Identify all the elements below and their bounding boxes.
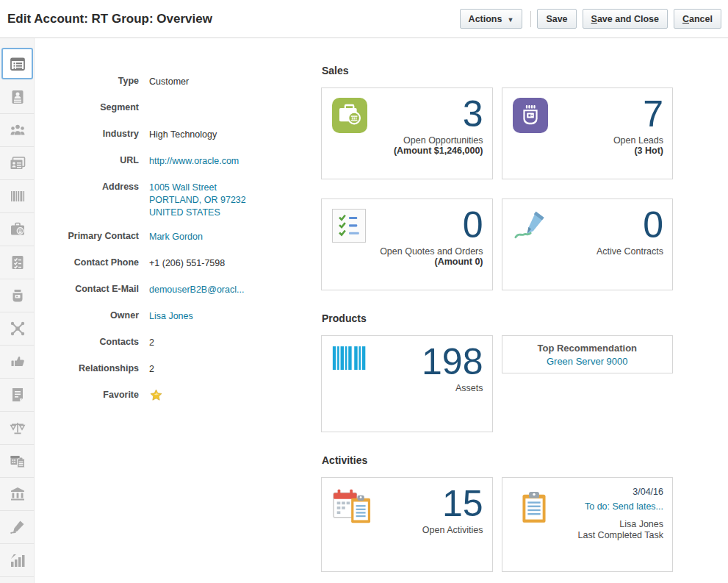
sidebar-item-institution[interactable] bbox=[0, 478, 35, 511]
sidebar-item-analytics[interactable] bbox=[0, 544, 35, 577]
save-and-close-button[interactable]: Save and Close bbox=[583, 9, 668, 29]
subtab-rail bbox=[0, 38, 35, 583]
header-buttons: Actions▼ Save Save and Close Cancel bbox=[454, 9, 721, 29]
card-open-opportunities[interactable]: 3 Open Opportunities (Amount $1,246,000) bbox=[321, 87, 493, 179]
leads-icon bbox=[513, 98, 548, 133]
field-row-contact-phone: Contact Phone +1 (206) 551-7598 bbox=[35, 256, 321, 272]
dropdown-caret-icon: ▼ bbox=[507, 16, 513, 24]
field-row-contacts: Contacts 2 bbox=[35, 335, 321, 351]
field-row-owner: Owner Lisa Jones bbox=[35, 309, 321, 325]
actions-button[interactable]: Actions▼ bbox=[460, 9, 523, 29]
opportunities-icon bbox=[332, 98, 367, 133]
sidebar-item-opportunities[interactable] bbox=[0, 213, 35, 246]
sidebar-item-contacts[interactable] bbox=[0, 147, 35, 180]
quotes-icon bbox=[9, 254, 26, 271]
card-top-recommendation[interactable]: Top Recommendation Green Server 9000 bbox=[502, 335, 674, 373]
field-row-url: URL http://www.oracle.com bbox=[35, 154, 321, 170]
products-heading: Products bbox=[322, 312, 673, 324]
open-opportunities-label: Open Opportunities bbox=[331, 135, 483, 146]
card-active-contracts[interactable]: 0 Active Contracts bbox=[502, 198, 674, 290]
institution-icon bbox=[9, 485, 26, 503]
sidebar-item-assets[interactable] bbox=[0, 180, 35, 213]
relationships-label: Relationships bbox=[35, 362, 139, 373]
type-label: Type bbox=[35, 74, 139, 86]
url-link[interactable]: http://www.oracle.com bbox=[149, 154, 239, 168]
primary-contact-label: Primary Contact bbox=[35, 229, 139, 241]
contacts-label: Contacts bbox=[35, 335, 139, 347]
button-divider bbox=[530, 11, 531, 27]
activities-section: Activities 15 Open Activities bbox=[321, 454, 673, 572]
recommendations-icon bbox=[9, 353, 26, 371]
sidebar-item-assessments[interactable] bbox=[0, 412, 35, 445]
card-open-quotes-and-orders[interactable]: 0 Open Quotes and Orders (Amount 0) bbox=[321, 198, 493, 290]
favorite-value bbox=[149, 388, 163, 406]
analytics-icon bbox=[9, 551, 26, 569]
activities-heading: Activities bbox=[322, 454, 673, 466]
field-row-address: Address 1005 Wall StreetPORTLAND, OR 972… bbox=[35, 180, 321, 219]
owner-label: Owner bbox=[35, 309, 139, 321]
contact-phone-label: Contact Phone bbox=[35, 256, 139, 268]
overview-dashboard: Sales 3 Open Opportunities (Amount $1,24… bbox=[321, 38, 728, 583]
contacts-icon bbox=[9, 154, 26, 172]
page-body: Type Customer Segment Industry High Tech… bbox=[0, 38, 728, 583]
last-task-label: Last Completed Task bbox=[511, 530, 664, 540]
sidebar-item-quotes[interactable] bbox=[0, 246, 35, 279]
open-quotes-amount: (Amount 0) bbox=[331, 257, 483, 267]
sidebar-item-relationships[interactable] bbox=[0, 312, 35, 346]
overview-icon bbox=[9, 55, 26, 73]
contact-email-link[interactable]: demouserB2B@oracl... bbox=[149, 282, 244, 296]
field-row-favorite: Favorite bbox=[35, 388, 321, 406]
sidebar-item-overview[interactable] bbox=[1, 48, 33, 79]
edit-account-page: Edit Account: RT Group: Overview Actions… bbox=[0, 0, 728, 583]
card-open-leads[interactable]: 7 Open Leads (3 Hot) bbox=[502, 87, 674, 179]
open-opportunities-amount: (Amount $1,246,000) bbox=[331, 146, 483, 156]
industry-value: High Technology bbox=[149, 127, 217, 141]
clipboard-icon bbox=[520, 490, 548, 529]
sales-section: Sales 3 Open Opportunities (Amount $1,24… bbox=[321, 65, 673, 290]
contracts-icon bbox=[9, 518, 26, 536]
leads-icon bbox=[9, 287, 26, 304]
open-leads-hot: (3 Hot) bbox=[511, 146, 664, 156]
primary-contact-link[interactable]: Mark Gordon bbox=[149, 229, 203, 243]
sidebar-item-team[interactable] bbox=[0, 114, 35, 147]
barcode-icon bbox=[332, 346, 367, 375]
account-details: Type Customer Segment Industry High Tech… bbox=[35, 38, 321, 583]
field-row-type: Type Customer bbox=[35, 74, 321, 90]
address-link[interactable]: 1005 Wall StreetPORTLAND, OR 97232UNITED… bbox=[149, 180, 246, 219]
quotes-checklist-icon bbox=[332, 209, 366, 243]
sidebar-item-notes[interactable] bbox=[0, 379, 35, 412]
assets-icon bbox=[9, 187, 26, 205]
field-row-contact-email: Contact E-Mail demouserB2B@oracl... bbox=[35, 282, 321, 298]
active-contracts-label: Active Contracts bbox=[511, 246, 664, 257]
calendar-clipboard-icon bbox=[332, 487, 373, 527]
card-assets[interactable]: 198 Assets bbox=[321, 335, 493, 432]
overview-content: Type Customer Segment Industry High Tech… bbox=[35, 38, 728, 583]
relationships-value: 2 bbox=[149, 362, 154, 376]
opportunities-icon bbox=[9, 221, 26, 238]
cancel-button[interactable]: Cancel bbox=[674, 9, 721, 29]
sidebar-item-leads[interactable] bbox=[0, 279, 35, 312]
sidebar-item-recommendations[interactable] bbox=[0, 346, 35, 379]
save-button[interactable]: Save bbox=[537, 9, 576, 29]
recommendation-product-link[interactable]: Green Server 9000 bbox=[547, 356, 628, 367]
open-quotes-label: Open Quotes and Orders bbox=[331, 246, 483, 257]
contact-email-label: Contact E-Mail bbox=[35, 282, 139, 294]
sidebar-item-activities[interactable] bbox=[0, 445, 35, 478]
profile-icon bbox=[9, 88, 26, 106]
team-icon bbox=[9, 121, 26, 139]
sidebar-item-contracts[interactable] bbox=[0, 511, 35, 544]
sidebar-item-profile[interactable] bbox=[0, 81, 35, 114]
card-last-completed-task[interactable]: 3/04/16 To do: Send lates... Lisa Jones … bbox=[502, 477, 674, 572]
address-label: Address bbox=[35, 180, 139, 192]
assets-label: Assets bbox=[331, 383, 483, 393]
owner-link[interactable]: Lisa Jones bbox=[149, 309, 193, 323]
assessments-icon bbox=[9, 419, 26, 437]
sales-heading: Sales bbox=[322, 65, 673, 76]
page-title: Edit Account: RT Group: Overview bbox=[7, 12, 212, 26]
card-open-activities[interactable]: 15 Open Activities bbox=[321, 477, 493, 572]
signature-pen-icon bbox=[513, 209, 551, 246]
favorite-label: Favorite bbox=[35, 388, 139, 400]
field-row-segment: Segment bbox=[35, 101, 321, 117]
favorite-star-icon[interactable] bbox=[149, 388, 163, 402]
field-row-industry: Industry High Technology bbox=[35, 127, 321, 143]
